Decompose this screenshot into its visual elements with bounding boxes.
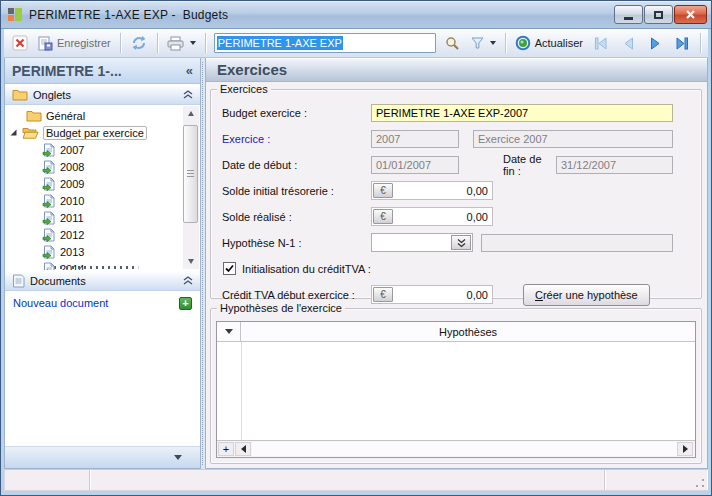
toolbar-separator — [205, 33, 206, 53]
section-header-documents[interactable]: Documents — [5, 270, 200, 291]
solde-initial-input[interactable]: € 0,00 — [371, 181, 493, 200]
print-button[interactable] — [164, 32, 199, 55]
refresh-data-button[interactable]: Actualiser — [512, 32, 586, 55]
minimize-button[interactable] — [614, 5, 643, 24]
close-icon — [685, 9, 696, 20]
amount-value: 0,00 — [394, 185, 492, 197]
nav-previous-icon — [622, 37, 635, 50]
collapse-section-icon[interactable] — [183, 90, 193, 99]
delete-button[interactable] — [8, 32, 32, 55]
tree-item-label: 2009 — [60, 178, 84, 190]
chevron-down-icon[interactable] — [174, 455, 182, 460]
currency-button[interactable]: € — [373, 287, 393, 302]
close-button[interactable] — [674, 5, 707, 24]
print-dropdown-icon — [190, 41, 196, 45]
new-document-link[interactable]: Nouveau document — [13, 297, 108, 309]
budget-year-icon — [42, 194, 56, 208]
form-row-hypothese-n1: Hypothèse N-1 : — [222, 233, 693, 252]
folder-icon — [26, 109, 42, 122]
field-label: Date de fin : — [503, 153, 556, 177]
nav-previous-button[interactable] — [616, 32, 640, 55]
tree-item-year[interactable]: 2010 — [5, 192, 200, 209]
form-row-solde-realise: Solde réalisé : € 0,00 — [222, 207, 693, 226]
scroll-left-button[interactable] — [235, 442, 251, 456]
grid-row-selector[interactable] — [217, 322, 241, 341]
tree-item-label: 2008 — [60, 161, 84, 173]
tree-item-budget-par-exercice[interactable]: Budget par exercice — [5, 124, 200, 141]
currency-button[interactable]: € — [373, 209, 393, 224]
sidebar-empty-area — [5, 315, 200, 446]
search-button[interactable] — [441, 32, 465, 55]
tree-item-label: 2012 — [60, 229, 84, 241]
nav-next-button[interactable] — [643, 32, 667, 55]
tree-resize-handle[interactable] — [54, 266, 138, 269]
field-label: Budget exercice : — [222, 107, 371, 119]
double-chevron-down-icon — [456, 238, 467, 248]
actualiser-icon — [515, 35, 531, 51]
scroll-up-button[interactable] — [183, 106, 199, 121]
sidebar-footer — [5, 446, 200, 468]
main-body: Exercices Budget exercice : PERIMETRE 1-… — [206, 82, 707, 468]
tree-item-general[interactable]: Général — [5, 107, 200, 124]
folder-icon — [12, 88, 28, 101]
currency-button[interactable]: € — [373, 183, 393, 198]
credit-tva-input[interactable]: € 0,00 — [371, 285, 493, 304]
filter-icon — [471, 37, 484, 49]
solde-realise-input[interactable]: € 0,00 — [371, 207, 493, 226]
tree-item-label: 2007 — [60, 144, 84, 156]
scroll-right-button[interactable] — [677, 442, 693, 456]
save-button[interactable]: Enregistrer — [35, 32, 114, 55]
scroll-down-button[interactable] — [183, 254, 199, 269]
filter-button[interactable] — [468, 32, 499, 55]
sidebar-splitter[interactable] — [201, 58, 205, 469]
maximize-button[interactable] — [644, 5, 673, 24]
tree-item-year[interactable]: 2012 — [5, 226, 200, 243]
budget-year-icon — [42, 228, 56, 242]
section-label: Documents — [30, 275, 86, 287]
section-header-onglets[interactable]: Onglets — [5, 84, 200, 105]
hypothese-n1-dropdown[interactable] — [371, 233, 473, 252]
collapse-section-icon[interactable] — [183, 276, 193, 285]
status-bar — [4, 469, 708, 491]
actualiser-label: Actualiser — [535, 37, 583, 49]
grid-body[interactable] — [217, 342, 695, 440]
grid-add-row-button[interactable]: + — [218, 442, 234, 456]
amount-value: 0,00 — [394, 211, 492, 223]
budget-year-icon — [42, 211, 56, 225]
group-exercices-legend: Exercices — [217, 83, 271, 95]
field-label: Hypothèse N-1 : — [222, 237, 371, 249]
nav-first-button[interactable] — [589, 32, 613, 55]
scrollbar-thumb[interactable] — [183, 125, 198, 223]
tree-item-year[interactable]: 2011 — [5, 209, 200, 226]
create-hypothesis-button[interactable]: Créer une hypothèse — [523, 284, 650, 306]
sidebar-collapse-icon[interactable]: « — [186, 63, 193, 78]
tree-item-year[interactable]: 2009 — [5, 175, 200, 192]
app-icon — [7, 7, 23, 23]
app-window: PERIMETRE 1-AXE EXP - Budgets Enregistre… — [0, 0, 712, 496]
scrollbar-track[interactable] — [252, 442, 677, 456]
tree-scrollbar[interactable] — [183, 106, 199, 269]
checkbox-label: Initialisation du créditTVA : — [242, 263, 371, 275]
tree-onglets: Général Budget par exercice 2007 2008 — [5, 105, 200, 270]
search-input[interactable]: PERIMETRE 1-AXE EXP — [214, 33, 436, 53]
dropdown-button[interactable] — [451, 235, 471, 250]
grid-column-header[interactable]: Hypothèses — [241, 322, 695, 341]
tree-item-label: 2013 — [60, 246, 84, 258]
tree-item-label: 2010 — [60, 195, 84, 207]
budget-exercice-input[interactable]: PERIMETRE 1-AXE EXP-2007 — [371, 104, 673, 122]
field-label-link[interactable]: Exercice : — [222, 133, 371, 145]
hypotheses-grid: Hypothèses + — [216, 321, 696, 458]
section-label: Onglets — [33, 89, 71, 101]
refresh-button[interactable] — [127, 32, 151, 55]
resize-grip[interactable] — [695, 478, 705, 488]
nav-last-button[interactable] — [670, 32, 694, 55]
add-document-button[interactable]: + — [179, 297, 192, 310]
budget-year-icon — [42, 177, 56, 191]
tree-item-year[interactable]: 2008 — [5, 158, 200, 175]
tree-item-year[interactable]: 2007 — [5, 141, 200, 158]
delete-icon — [12, 35, 28, 51]
init-credit-tva-checkbox[interactable] — [223, 262, 236, 275]
tree-item-label: Budget par exercice — [43, 126, 147, 140]
date-fin-input: 31/12/2007 — [556, 156, 673, 174]
tree-item-year[interactable]: 2013 — [5, 243, 200, 260]
